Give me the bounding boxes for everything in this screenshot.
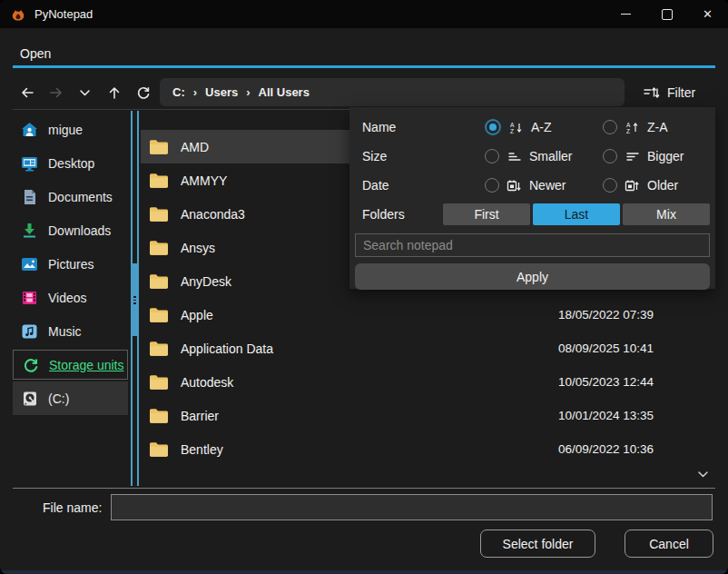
radio-az[interactable]	[485, 119, 501, 135]
refresh-button[interactable]	[134, 83, 152, 103]
open-dialog-window: PyNotepad ✕ Open C: › Users › All Users	[0, 0, 728, 574]
file-date: 10/01/2024 13:35	[558, 409, 654, 422]
breadcrumb-separator-icon: ›	[193, 85, 197, 99]
file-name-input[interactable]	[111, 494, 713, 520]
history-dropdown-button[interactable]	[76, 83, 93, 103]
radio-bigger[interactable]	[603, 149, 617, 163]
search-input[interactable]	[355, 233, 710, 257]
option-size-smaller[interactable]: Smaller	[485, 149, 603, 163]
folder-icon	[149, 173, 169, 189]
scrollbar-grip	[133, 294, 137, 306]
sidebar-item-desktop[interactable]: Desktop	[13, 146, 128, 180]
sidebar-item-label: Videos	[48, 291, 87, 305]
sort-size-ascending-icon	[507, 149, 522, 163]
music-icon	[20, 322, 39, 341]
sidebar-item-label: Downloads	[48, 223, 111, 238]
select-folder-button[interactable]: Select folder	[480, 529, 595, 558]
close-icon: ✕	[703, 8, 713, 20]
file-list-scrollbar[interactable]	[131, 111, 139, 486]
hard-drive-icon	[20, 389, 39, 408]
up-button[interactable]	[105, 83, 123, 103]
sidebar-item-c-drive[interactable]: (C:)	[13, 381, 128, 415]
option-label: Newer	[529, 178, 566, 193]
dialog-title: Open	[20, 46, 51, 61]
cancel-button[interactable]: Cancel	[625, 529, 713, 558]
breadcrumb-item-users[interactable]: Users	[205, 85, 238, 99]
breadcrumb: C: › Users › All Users	[160, 78, 625, 106]
nav-toolbar	[18, 79, 152, 106]
sidebar-item-storage-units[interactable]: Storage units	[13, 350, 128, 380]
filter-row-date: Date Newer Older	[355, 171, 710, 200]
filter-row-label: Folders	[362, 207, 443, 222]
sidebar-item-downloads[interactable]: Downloads	[13, 213, 128, 247]
file-name: Application Data	[181, 341, 273, 356]
calendar-down-icon	[507, 178, 522, 193]
option-date-newer[interactable]: Newer	[485, 178, 603, 193]
file-row[interactable]: Bentley 06/09/2022 10:36	[141, 432, 715, 466]
folder-icon	[149, 240, 169, 256]
folders-mix-button[interactable]: Mix	[623, 203, 710, 225]
forward-button[interactable]	[47, 83, 64, 103]
folders-last-button[interactable]: Last	[533, 203, 620, 225]
folder-icon	[149, 307, 169, 323]
file-name: Barrier	[181, 409, 219, 423]
scroll-down-icon[interactable]	[697, 470, 709, 479]
download-icon	[20, 221, 39, 240]
folder-icon	[149, 408, 169, 424]
file-row[interactable]: Barrier 10/01/2024 13:35	[141, 399, 715, 432]
maximize-button[interactable]	[646, 0, 687, 28]
sidebar-item-home[interactable]: migue	[13, 113, 128, 146]
sidebar-item-label: migue	[48, 123, 83, 137]
sort-filter-icon	[643, 85, 660, 100]
radio-newer[interactable]	[485, 178, 499, 193]
radio-smaller[interactable]	[485, 149, 499, 163]
file-name: AnyDesk	[181, 274, 231, 289]
app-title: PyNotepad	[34, 7, 93, 21]
desktop-icon	[20, 153, 39, 173]
option-label: Smaller	[529, 149, 572, 163]
option-date-older[interactable]: Older	[603, 178, 721, 193]
svg-text:A: A	[626, 121, 631, 127]
close-button[interactable]: ✕	[687, 0, 728, 28]
sidebar-item-documents[interactable]: Documents	[13, 180, 128, 213]
file-name-label: File name:	[43, 500, 102, 515]
file-row[interactable]: Apple 18/05/2022 07:39	[141, 298, 715, 332]
file-row[interactable]: Application Data 08/09/2025 10:41	[141, 332, 715, 365]
scrollbar-thumb[interactable]	[133, 263, 137, 336]
option-size-bigger[interactable]: Bigger	[603, 149, 721, 163]
videos-icon	[20, 288, 39, 307]
file-date: 06/09/2022 10:36	[558, 442, 654, 456]
file-row[interactable]: Autodesk 10/05/2023 12:44	[141, 365, 715, 399]
sidebar-item-videos[interactable]: Videos	[13, 281, 128, 314]
sort-alpha-down-icon: AZ	[508, 120, 524, 134]
file-name: Ansys	[181, 241, 215, 255]
folders-first-button[interactable]: First	[443, 203, 530, 225]
option-name-az[interactable]: AZ A-Z	[485, 119, 603, 135]
sidebar-item-pictures[interactable]: Pictures	[13, 247, 128, 281]
filter-button[interactable]: Filter	[637, 80, 701, 104]
breadcrumb-item-drive[interactable]: C:	[172, 85, 185, 99]
sidebar: migue Desktop Documents Downloads Pictur…	[0, 113, 130, 415]
sidebar-item-label: Music	[48, 324, 82, 339]
pictures-icon	[20, 254, 39, 273]
radio-za[interactable]	[603, 120, 617, 134]
sort-size-descending-icon	[625, 149, 640, 163]
filter-row-name: Name AZ A-Z AZ Z-A	[355, 113, 710, 142]
file-name: AMD	[181, 140, 209, 154]
filter-row-label: Date	[362, 178, 485, 193]
option-name-za[interactable]: AZ Z-A	[603, 120, 721, 134]
back-button[interactable]	[18, 83, 35, 103]
folder-icon	[149, 273, 169, 290]
radio-older[interactable]	[603, 178, 617, 193]
minimize-button[interactable]	[605, 0, 646, 28]
minimize-icon	[621, 14, 631, 15]
sidebar-item-music[interactable]: Music	[13, 314, 128, 348]
apply-button[interactable]: Apply	[355, 263, 710, 290]
home-icon	[20, 120, 39, 139]
sidebar-item-label: (C:)	[48, 391, 69, 406]
folder-icon	[149, 139, 169, 155]
refresh-storage-icon	[21, 355, 40, 374]
breadcrumb-item-all-users[interactable]: All Users	[259, 85, 310, 99]
calendar-up-icon	[625, 178, 640, 193]
file-date: 18/05/2022 07:39	[558, 308, 654, 322]
